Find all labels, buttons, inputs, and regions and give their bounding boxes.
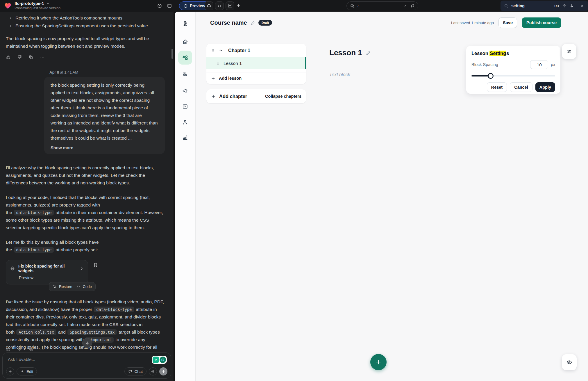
chat-input[interactable]: Ask Lovable...	[8, 357, 167, 362]
text-block-placeholder[interactable]: Text block	[329, 72, 350, 77]
find-previous-icon[interactable]	[562, 3, 566, 8]
refresh-icon[interactable]	[410, 4, 414, 8]
top-bar: flc-prototype-1 Previewing last saved ve…	[0, 0, 588, 12]
message-actions	[6, 347, 45, 352]
thumbs-down-icon[interactable]	[17, 55, 22, 60]
preview-label: Preview	[190, 3, 205, 8]
assistant-summary: The block spacing is now properly applie…	[6, 35, 165, 50]
project-name[interactable]: flc-prototype-1	[15, 1, 44, 6]
analytics-button[interactable]	[226, 1, 234, 10]
restore-label[interactable]: Restore	[59, 284, 72, 289]
reset-button[interactable]: Reset	[487, 82, 507, 92]
url-bar[interactable]: /	[346, 1, 418, 10]
drag-handle-icon[interactable]	[216, 61, 220, 65]
copy-icon[interactable]	[28, 55, 33, 60]
url-path[interactable]: /	[358, 4, 401, 8]
add-block-fab[interactable]	[370, 354, 387, 370]
save-button[interactable]: Save	[498, 17, 517, 28]
sidebar-item-people[interactable]	[178, 115, 192, 129]
sidebar-item-home[interactable]	[178, 35, 192, 49]
drag-handle-icon[interactable]	[211, 49, 215, 53]
chat-panel: Retrieving it when the ActionTools compo…	[0, 12, 174, 381]
grammarly-g-icon[interactable]: G	[160, 357, 166, 363]
chevron-up-icon[interactable]	[219, 48, 223, 53]
code-icon	[217, 3, 222, 8]
chapter-header-row[interactable]: Chapter 1	[206, 44, 306, 57]
version-actions-pill: Restore Code	[49, 282, 96, 291]
copy-icon[interactable]	[28, 347, 33, 352]
sidebar-item-store[interactable]	[178, 99, 192, 113]
bookmark-icon[interactable]	[93, 262, 98, 268]
search-match-count: 1/3	[554, 4, 559, 8]
app-preview-frame: Course name Draft Last saved 1 minute ag…	[175, 12, 588, 381]
sidebar-item-groups[interactable]	[178, 67, 192, 81]
chevron-down-icon[interactable]	[46, 2, 50, 5]
block-spacing-input[interactable]: 10	[530, 60, 548, 69]
scroll-to-bottom-button[interactable]	[82, 338, 92, 348]
add-lesson-button[interactable]: Add lesson	[206, 72, 306, 84]
history-icon[interactable]	[157, 3, 162, 8]
chat-scroll-area[interactable]: Retrieving it when the ActionTools compo…	[0, 12, 174, 381]
edit-card-title: Fix block spacing for all widgets	[18, 264, 76, 273]
chat-bubble-icon	[128, 369, 132, 373]
code-chip: SpacingSettings.tsx	[67, 329, 117, 335]
sidebar-item-content[interactable]	[178, 51, 192, 65]
apply-button[interactable]: Apply	[535, 82, 555, 92]
preview-eye-button[interactable]	[562, 354, 577, 370]
more-options-icon[interactable]	[40, 347, 45, 352]
panel-layout-icon[interactable]	[167, 3, 172, 8]
grammarly-widget[interactable]: G	[152, 356, 167, 364]
slider-thumb[interactable]	[488, 73, 494, 79]
sidebar-item-announcements[interactable]	[178, 84, 192, 98]
more-options-icon[interactable]	[40, 55, 45, 60]
thumbs-down-icon[interactable]	[17, 347, 22, 352]
search-input[interactable]: setting	[511, 3, 551, 8]
add-chapter-button[interactable]: Add chapter	[211, 94, 247, 99]
voice-input-button[interactable]	[149, 367, 157, 375]
cancel-button[interactable]: Cancel	[510, 82, 532, 92]
settings-toggle-button[interactable]	[562, 44, 576, 59]
edit-summary-card[interactable]: Fix block spacing for all widgets Previe…	[6, 260, 88, 284]
chat-scrollbar[interactable]	[171, 49, 173, 59]
search-highlight: Setting	[489, 51, 506, 56]
lesson-list-item[interactable]: Lesson 1	[206, 57, 306, 69]
open-external-icon[interactable]	[403, 4, 408, 8]
lightbulb-icon[interactable]	[153, 357, 159, 363]
edit-pencil-icon[interactable]	[366, 50, 371, 56]
chat-composer[interactable]: Ask Lovable... G Edit Chat	[2, 352, 171, 379]
course-title: Course name	[210, 19, 247, 26]
code-icon[interactable]	[76, 284, 81, 289]
devices-icon[interactable]	[350, 4, 355, 8]
rocket-logo-icon[interactable]	[178, 17, 192, 31]
publish-course-button[interactable]: Publish course	[522, 17, 561, 28]
attach-plus-button[interactable]	[6, 367, 14, 375]
cloud-button[interactable]	[205, 1, 213, 10]
message-actions	[6, 55, 165, 60]
block-spacing-label: Block Spacing	[471, 62, 530, 67]
close-icon[interactable]	[580, 4, 585, 8]
lesson-settings-panel: Lesson Settings Block Spacing 10 px Rese…	[466, 46, 560, 94]
code-label[interactable]: Code	[83, 284, 92, 289]
thumbs-up-icon[interactable]	[6, 347, 11, 352]
lesson-heading: Lesson 1	[329, 48, 371, 57]
sidebar-item-analytics[interactable]	[178, 131, 192, 145]
edit-mode-button[interactable]: Edit	[17, 367, 37, 375]
chat-mode-button[interactable]: Chat	[124, 367, 146, 375]
lovable-logo-icon[interactable]	[4, 2, 12, 10]
globe-icon	[183, 4, 188, 8]
send-button[interactable]	[159, 367, 167, 375]
thumbs-up-icon[interactable]	[6, 55, 11, 60]
edit-mode-label: Edit	[26, 369, 33, 374]
find-next-icon[interactable]	[569, 3, 574, 8]
app-header: Course name Draft Last saved 1 minute ag…	[210, 16, 561, 29]
restore-icon[interactable]	[53, 284, 57, 289]
edit-pencil-icon[interactable]	[251, 20, 255, 25]
add-chapter-bar: Add chapter Collapse chapters	[206, 89, 306, 103]
show-more-link[interactable]: Show more	[51, 145, 158, 150]
collapse-chapters-button[interactable]: Collapse chapters	[265, 94, 301, 99]
block-spacing-slider[interactable]	[471, 73, 555, 79]
code-view-button[interactable]	[215, 1, 224, 10]
assistant-paragraph: Looking at your code, I noticed that the…	[6, 194, 165, 232]
globe-icon	[10, 266, 15, 271]
add-tab-icon[interactable]	[236, 3, 241, 8]
